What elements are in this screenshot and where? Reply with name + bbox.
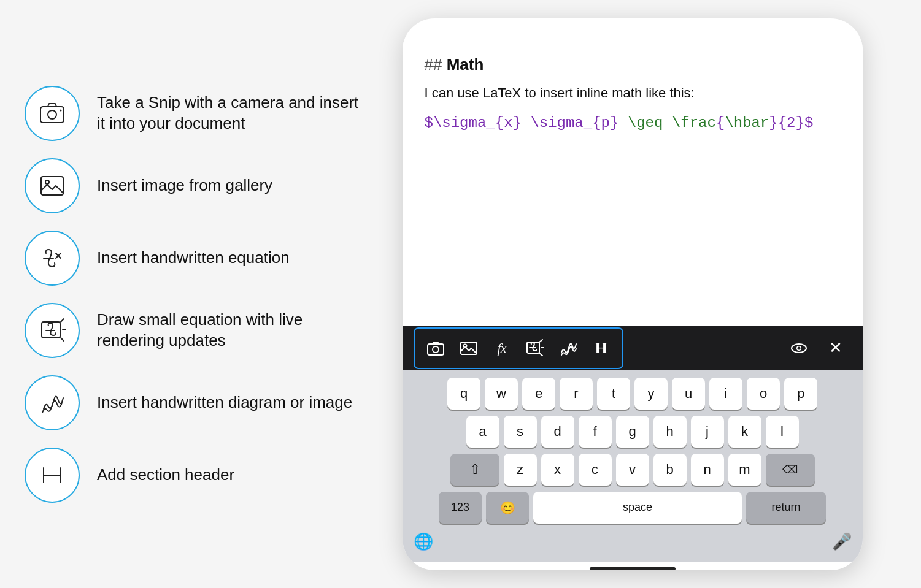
home-indicator — [590, 567, 676, 570]
toolbar-fx-button[interactable]: fx — [486, 332, 518, 364]
latex-space2 — [618, 115, 627, 131]
keyboard-row-1: q w e r t y u i o p — [407, 378, 858, 410]
live-eq-icon — [39, 317, 66, 344]
svg-rect-0 — [40, 107, 64, 123]
keyboard-row-4: 123 😊 space return — [407, 492, 858, 524]
key-j[interactable]: j — [691, 416, 724, 448]
toolbar-header-button[interactable]: H — [585, 332, 617, 364]
key-u[interactable]: u — [672, 378, 705, 410]
doc-heading-bold: Math — [447, 55, 484, 74]
toolbar-draw-button[interactable] — [552, 332, 584, 364]
key-b[interactable]: b — [653, 454, 687, 486]
key-x[interactable]: x — [541, 454, 574, 486]
keyboard-row-3: ⇧ z x c v b n m ⌫ — [407, 454, 858, 486]
main-container: Take a Snip with a camera and insert it … — [0, 0, 921, 588]
toolbar-close-button[interactable]: ✕ — [820, 332, 852, 364]
latex-brace-p: {p} — [592, 115, 618, 131]
latex-brace-hbar: { — [716, 115, 725, 131]
svg-rect-3 — [41, 177, 63, 195]
live-eq-icon-wrap — [25, 303, 80, 358]
key-c[interactable]: c — [579, 454, 612, 486]
svg-point-13 — [463, 344, 466, 347]
latex-brace-hbar-close: } — [769, 115, 777, 131]
svg-point-2 — [60, 109, 62, 111]
svg-point-4 — [45, 180, 49, 184]
key-l[interactable]: l — [766, 416, 799, 448]
key-emoji[interactable]: 😊 — [486, 492, 529, 524]
fx-icon — [39, 245, 66, 272]
doc-body: I can use LaTeX to insert inline math li… — [425, 85, 841, 101]
key-y[interactable]: y — [634, 378, 668, 410]
key-m[interactable]: m — [728, 454, 761, 486]
latex-sigma-p: \sigma_ — [530, 115, 592, 131]
draw-icon — [39, 389, 66, 416]
feature-item-live-eq: Draw small equation with live rendering … — [25, 303, 368, 358]
feature-item-camera: Take a Snip with a camera and insert it … — [25, 86, 368, 141]
latex-hbar: \hbar — [725, 115, 769, 131]
key-p[interactable]: p — [784, 378, 817, 410]
feature-item-gallery: Insert image from gallery — [25, 158, 368, 213]
live-eq-feature-text: Draw small equation with live rendering … — [97, 310, 368, 351]
key-q[interactable]: q — [447, 378, 480, 410]
key-s[interactable]: s — [504, 416, 537, 448]
svg-point-11 — [433, 346, 439, 353]
key-backspace[interactable]: ⌫ — [766, 454, 815, 486]
key-g[interactable]: g — [616, 416, 649, 448]
gallery-icon-wrap — [25, 158, 80, 213]
phone-content: ## Math I can use LaTeX to insert inline… — [403, 40, 863, 326]
latex-brace-2: {2} — [778, 115, 804, 131]
keyboard-toolbar: fx — [403, 326, 863, 370]
svg-point-1 — [48, 110, 56, 119]
key-e[interactable]: e — [522, 378, 555, 410]
latex-dollar-close: $ — [804, 115, 813, 131]
equation-icon-wrap — [25, 231, 80, 286]
key-k[interactable]: k — [728, 416, 761, 448]
key-w[interactable]: w — [485, 378, 518, 410]
feature-item-diagram: Insert handwritten diagram or image — [25, 375, 368, 430]
camera-feature-text: Take a Snip with a camera and insert it … — [97, 93, 368, 134]
toolbar-right-actions: ✕ — [783, 332, 852, 364]
key-z[interactable]: z — [504, 454, 537, 486]
key-h[interactable]: h — [653, 416, 687, 448]
key-r[interactable]: r — [560, 378, 593, 410]
svg-point-18 — [797, 346, 800, 349]
latex-dollar-open: $ — [425, 115, 433, 131]
toolbar-icons-group: fx — [414, 327, 623, 369]
key-n[interactable]: n — [691, 454, 724, 486]
keyboard-row-2: a s d f g h j k l — [407, 416, 858, 448]
latex-brace-x: {x} — [495, 115, 522, 131]
camera-icon-wrap — [25, 86, 80, 141]
gallery-feature-text: Insert image from gallery — [97, 175, 272, 196]
key-a[interactable]: a — [466, 416, 499, 448]
camera-icon — [39, 100, 66, 127]
latex-space — [522, 115, 530, 131]
feature-item-header: Add section header — [25, 448, 368, 503]
phone-wrap: ## Math I can use LaTeX to insert inline… — [368, 18, 896, 570]
key-shift[interactable]: ⇧ — [450, 454, 499, 486]
doc-heading: ## Math — [425, 55, 841, 74]
key-o[interactable]: o — [747, 378, 780, 410]
key-123[interactable]: 123 — [439, 492, 482, 524]
key-v[interactable]: v — [616, 454, 649, 486]
latex-equation: $\sigma_{x} \sigma_{p} \geq \frac{\hbar}… — [425, 115, 841, 131]
toolbar-gallery-button[interactable] — [453, 332, 485, 364]
globe-icon[interactable]: 🌐 — [414, 532, 433, 551]
key-t[interactable]: t — [597, 378, 630, 410]
diagram-icon-wrap — [25, 375, 80, 430]
mic-icon[interactable]: 🎤 — [832, 532, 852, 551]
key-d[interactable]: d — [541, 416, 574, 448]
diagram-feature-text: Insert handwritten diagram or image — [97, 392, 352, 413]
key-f[interactable]: f — [579, 416, 612, 448]
gallery-icon — [39, 172, 66, 199]
latex-geq: \geq — [628, 115, 672, 131]
header-icon — [39, 462, 66, 489]
toolbar-live-eq-button[interactable] — [519, 332, 551, 364]
header-feature-text: Add section header — [97, 465, 234, 486]
key-i[interactable]: i — [709, 378, 742, 410]
key-return[interactable]: return — [746, 492, 826, 524]
keyboard-bottom-row: 🌐 🎤 — [407, 530, 858, 559]
key-space[interactable]: space — [533, 492, 742, 524]
latex-frac: \frac — [672, 115, 716, 131]
toolbar-camera-button[interactable] — [420, 332, 452, 364]
toolbar-eye-button[interactable] — [783, 332, 815, 364]
